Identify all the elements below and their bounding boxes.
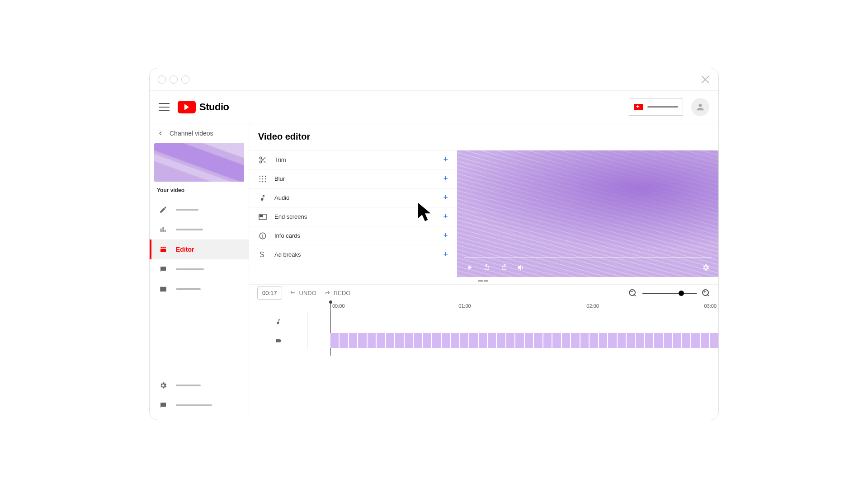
zoom-controls: − + bbox=[629, 289, 710, 297]
tool-label: Blur bbox=[274, 175, 285, 182]
zoom-slider[interactable] bbox=[642, 293, 697, 294]
comment-icon bbox=[159, 265, 168, 274]
play-icon[interactable] bbox=[465, 263, 474, 272]
scissors-icon bbox=[258, 155, 267, 164]
svg-point-5 bbox=[259, 178, 260, 179]
undo-button[interactable]: UNDO bbox=[289, 290, 316, 296]
sidebar-item-analytics[interactable] bbox=[150, 220, 249, 239]
undo-label: UNDO bbox=[299, 290, 316, 296]
back-link[interactable]: Channel videos bbox=[150, 123, 249, 143]
plus-icon[interactable]: + bbox=[443, 212, 448, 221]
placeholder-bar bbox=[176, 229, 203, 230]
logo[interactable]: Studio bbox=[178, 101, 229, 113]
tool-label: Info cards bbox=[274, 232, 300, 239]
svg-point-4 bbox=[265, 175, 266, 176]
gear-icon[interactable] bbox=[701, 263, 710, 272]
feedback-icon bbox=[159, 401, 168, 410]
window-dot[interactable] bbox=[170, 75, 178, 84]
tool-label: Trim bbox=[274, 156, 286, 163]
back-label: Channel videos bbox=[170, 130, 213, 137]
titlebar bbox=[150, 68, 718, 91]
window-dot[interactable] bbox=[181, 75, 189, 84]
placeholder-bar bbox=[647, 106, 678, 108]
close-icon[interactable] bbox=[700, 75, 710, 84]
ruler-mark: 00:00 bbox=[332, 303, 345, 309]
sidebar-item-details[interactable] bbox=[150, 200, 249, 220]
ruler-mark: 03:00 bbox=[704, 303, 717, 309]
current-time[interactable]: 00:17 bbox=[257, 286, 282, 300]
your-video-label: Your video bbox=[150, 185, 249, 200]
placeholder-bar bbox=[176, 209, 198, 211]
end-screen-icon bbox=[258, 212, 267, 221]
window-dot[interactable] bbox=[158, 75, 166, 84]
sidebar-item-subtitles[interactable] bbox=[150, 279, 249, 299]
sidebar-item-editor[interactable]: Editor bbox=[150, 239, 249, 259]
create-button[interactable] bbox=[629, 99, 683, 116]
tool-ad-breaks[interactable]: $ Ad breaks + bbox=[249, 245, 457, 264]
music-note-icon bbox=[258, 193, 267, 202]
video-thumbnail[interactable] bbox=[154, 143, 244, 182]
zoom-knob[interactable] bbox=[679, 291, 684, 296]
audio-track[interactable] bbox=[249, 312, 718, 331]
window-controls bbox=[158, 75, 189, 84]
info-icon bbox=[258, 231, 267, 240]
placeholder-bar bbox=[176, 288, 201, 290]
drag-handle-icon[interactable]: ══ bbox=[249, 277, 718, 284]
svg-point-1 bbox=[259, 161, 262, 163]
video-clip[interactable] bbox=[330, 333, 718, 348]
page-title: Video editor bbox=[249, 123, 718, 150]
sidebar: Channel videos Your video Editor bbox=[150, 123, 249, 420]
svg-point-10 bbox=[265, 181, 266, 182]
video-track[interactable] bbox=[249, 331, 718, 350]
ruler-mark: 02:00 bbox=[586, 303, 599, 309]
svg-rect-12 bbox=[260, 215, 263, 217]
svg-point-8 bbox=[259, 181, 260, 182]
svg-point-2 bbox=[259, 175, 260, 176]
svg-point-3 bbox=[262, 175, 263, 176]
app-window: Studio Channel videos Your video bbox=[149, 68, 719, 420]
avatar[interactable] bbox=[691, 98, 709, 116]
person-icon bbox=[695, 102, 705, 112]
tool-end-screens[interactable]: End screens + bbox=[249, 207, 457, 226]
analytics-icon bbox=[159, 225, 168, 234]
menu-icon[interactable] bbox=[159, 103, 170, 111]
placeholder-bar bbox=[176, 404, 212, 406]
sidebar-item-feedback[interactable] bbox=[150, 395, 249, 415]
tool-audio[interactable]: Audio + bbox=[249, 188, 457, 207]
logo-text: Studio bbox=[199, 101, 229, 113]
editor-clapper-icon bbox=[159, 245, 168, 254]
blur-grid-icon bbox=[258, 174, 267, 183]
svg-point-9 bbox=[262, 181, 263, 182]
zoom-in-icon[interactable]: + bbox=[702, 289, 710, 297]
zoom-out-icon[interactable]: − bbox=[629, 289, 637, 297]
video-preview[interactable] bbox=[457, 150, 718, 277]
plus-icon[interactable]: + bbox=[443, 174, 448, 183]
volume-icon[interactable] bbox=[517, 263, 526, 272]
create-camera-icon bbox=[634, 104, 643, 110]
redo-button[interactable]: REDO bbox=[324, 290, 351, 296]
sidebar-item-settings[interactable] bbox=[150, 375, 249, 395]
tool-label: End screens bbox=[274, 213, 307, 220]
video-camera-icon bbox=[249, 331, 308, 350]
tool-blur[interactable]: Blur + bbox=[249, 169, 457, 188]
tool-label: Ad breaks bbox=[274, 251, 301, 258]
plus-icon[interactable]: + bbox=[443, 231, 448, 240]
replay-10-icon[interactable] bbox=[482, 263, 491, 272]
tool-info-cards[interactable]: Info cards + bbox=[249, 226, 457, 245]
svg-point-7 bbox=[265, 178, 266, 179]
music-note-icon bbox=[249, 312, 308, 331]
preview-controls bbox=[457, 258, 718, 277]
sidebar-item-label: Editor bbox=[176, 246, 194, 253]
forward-10-icon[interactable] bbox=[500, 263, 509, 272]
tool-trim[interactable]: Trim + bbox=[249, 150, 457, 169]
sidebar-item-comments[interactable] bbox=[150, 259, 249, 279]
plus-icon[interactable]: + bbox=[443, 250, 448, 259]
plus-icon[interactable]: + bbox=[443, 155, 448, 164]
main: Video editor Trim + Blur bbox=[249, 123, 718, 420]
timeline-ruler[interactable]: 00:00 01:00 02:00 03:00 bbox=[330, 301, 718, 312]
redo-label: REDO bbox=[334, 290, 351, 296]
editor-top: Trim + Blur + Audio bbox=[249, 150, 718, 277]
topbar: Studio bbox=[150, 91, 718, 123]
svg-point-0 bbox=[259, 157, 262, 159]
plus-icon[interactable]: + bbox=[443, 193, 448, 202]
